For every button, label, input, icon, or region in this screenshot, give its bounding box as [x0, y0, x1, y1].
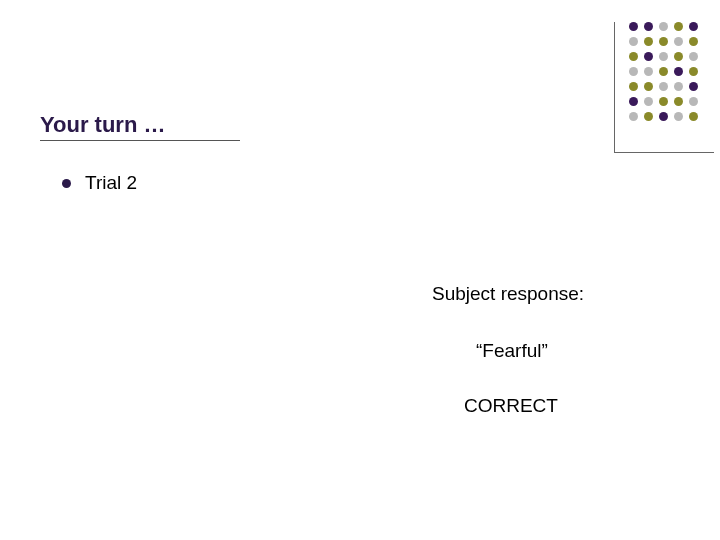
- dot-grid: [629, 22, 698, 121]
- deco-dot: [644, 22, 653, 31]
- deco-dot: [629, 37, 638, 46]
- deco-dot: [644, 97, 653, 106]
- deco-dot: [674, 82, 683, 91]
- deco-dot: [689, 37, 698, 46]
- bullet-item: Trial 2: [62, 172, 137, 194]
- deco-dot: [629, 52, 638, 61]
- deco-dot: [674, 22, 683, 31]
- response-label: Subject response:: [432, 283, 584, 305]
- deco-dot: [689, 52, 698, 61]
- deco-dot: [644, 52, 653, 61]
- deco-dot: [674, 67, 683, 76]
- deco-dot: [629, 82, 638, 91]
- deco-dot: [629, 112, 638, 121]
- corner-decoration: [629, 22, 698, 127]
- deco-dot: [674, 52, 683, 61]
- deco-dot: [689, 112, 698, 121]
- title-underline: [40, 140, 240, 141]
- deco-dot: [659, 37, 668, 46]
- deco-dot: [629, 97, 638, 106]
- deco-dot: [674, 37, 683, 46]
- deco-dot: [659, 52, 668, 61]
- deco-dot: [659, 112, 668, 121]
- response-status: CORRECT: [464, 395, 558, 417]
- deco-dot: [644, 112, 653, 121]
- slide: Your turn … Trial 2 Subject response: “F…: [0, 0, 720, 540]
- deco-dot: [689, 97, 698, 106]
- deco-dot: [629, 22, 638, 31]
- deco-dot: [644, 82, 653, 91]
- deco-horizontal-line: [614, 152, 714, 153]
- deco-dot: [644, 67, 653, 76]
- deco-dot: [689, 67, 698, 76]
- deco-dot: [689, 22, 698, 31]
- deco-vertical-line: [614, 22, 615, 152]
- deco-dot: [659, 82, 668, 91]
- deco-dot: [659, 22, 668, 31]
- deco-dot: [674, 97, 683, 106]
- deco-dot: [689, 82, 698, 91]
- deco-dot: [659, 67, 668, 76]
- deco-dot: [629, 67, 638, 76]
- bullet-text: Trial 2: [85, 172, 137, 194]
- response-value: “Fearful”: [476, 340, 548, 362]
- deco-dot: [659, 97, 668, 106]
- deco-dot: [674, 112, 683, 121]
- bullet-dot-icon: [62, 179, 71, 188]
- deco-dot: [644, 37, 653, 46]
- slide-title: Your turn …: [40, 112, 165, 138]
